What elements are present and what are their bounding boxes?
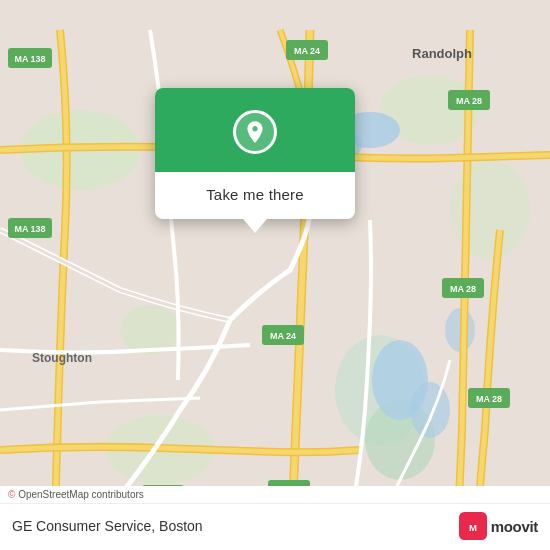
bottom-bar: © OpenStreetMap contributors GE Consumer… bbox=[0, 486, 550, 550]
svg-point-11 bbox=[410, 382, 450, 438]
popup-card: Take me there bbox=[155, 88, 355, 219]
popup-pointer bbox=[243, 219, 267, 233]
location-pin-icon bbox=[242, 119, 268, 145]
osm-text: OpenStreetMap contributors bbox=[18, 489, 144, 500]
svg-text:MA 24: MA 24 bbox=[270, 331, 296, 341]
popup-header bbox=[155, 88, 355, 172]
moovit-icon: M bbox=[459, 512, 487, 540]
popup-button-area[interactable]: Take me there bbox=[155, 172, 355, 219]
map-background: MA 138 MA 24 MA 139 MA 28 MA 138 MA 24 M… bbox=[0, 0, 550, 550]
take-me-there-button[interactable]: Take me there bbox=[206, 186, 304, 203]
bottom-info: GE Consumer Service, Boston M moovit bbox=[0, 504, 550, 550]
moovit-text: moovit bbox=[491, 518, 538, 535]
svg-text:MA 138: MA 138 bbox=[14, 224, 45, 234]
svg-text:M: M bbox=[469, 522, 477, 533]
svg-text:MA 28: MA 28 bbox=[450, 284, 476, 294]
copyright-symbol: © bbox=[8, 489, 15, 500]
moovit-logo: M moovit bbox=[459, 512, 538, 540]
svg-text:MA 24: MA 24 bbox=[294, 46, 320, 56]
svg-text:MA 28: MA 28 bbox=[456, 96, 482, 106]
svg-text:Stoughton: Stoughton bbox=[32, 351, 92, 365]
map-container: MA 138 MA 24 MA 139 MA 28 MA 138 MA 24 M… bbox=[0, 0, 550, 550]
location-icon-circle bbox=[233, 110, 277, 154]
svg-text:MA 138: MA 138 bbox=[14, 54, 45, 64]
svg-text:MA 28: MA 28 bbox=[476, 394, 502, 404]
place-name: GE Consumer Service, Boston bbox=[12, 518, 203, 534]
osm-attribution: © OpenStreetMap contributors bbox=[0, 486, 550, 504]
svg-text:Randolph: Randolph bbox=[412, 46, 472, 61]
